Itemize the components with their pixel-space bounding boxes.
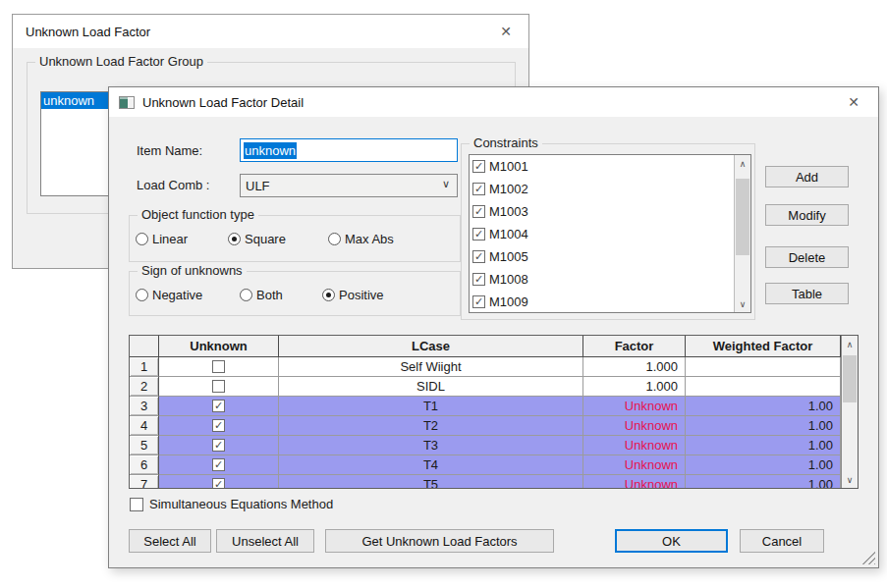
item-name-input[interactable]: unknown bbox=[240, 138, 458, 162]
constraint-label: M1002 bbox=[489, 182, 528, 196]
radio-square[interactable]: Square bbox=[228, 232, 328, 246]
radio-linear[interactable]: Linear bbox=[136, 232, 228, 246]
item-name-value: unknown bbox=[244, 142, 297, 159]
checkbox-icon: ✓ bbox=[212, 478, 225, 489]
table-row[interactable]: 5✓T3Unknown1.00 bbox=[130, 436, 841, 455]
radio-icon bbox=[322, 289, 335, 301]
unknown-checkbox-cell[interactable]: ✓ bbox=[159, 455, 279, 475]
row-number-cell[interactable]: 2 bbox=[130, 377, 159, 397]
checkbox-icon: ✓ bbox=[212, 439, 225, 452]
simultaneous-equations-checkbox[interactable]: Simultaneous Equations Method bbox=[130, 497, 333, 511]
factor-cell: Unknown bbox=[583, 475, 686, 489]
radio-icon bbox=[136, 289, 148, 301]
radio-icon bbox=[136, 233, 148, 245]
screen: Unknown Load Factor ✕ Unknown Load Facto… bbox=[0, 0, 887, 588]
checkbox-icon: ✓ bbox=[472, 205, 485, 218]
unselect-all-button[interactable]: Unselect All bbox=[216, 529, 314, 553]
checkbox-icon bbox=[212, 380, 225, 393]
checkbox-icon bbox=[130, 498, 143, 511]
constraint-item-m1005[interactable]: ✓M1005 bbox=[470, 245, 734, 268]
constraints-scrollbar[interactable]: ∧ ∨ bbox=[734, 155, 750, 312]
radio-label: Positive bbox=[339, 288, 384, 302]
checkbox-icon bbox=[212, 360, 225, 373]
weighted-factor-cell bbox=[686, 377, 841, 397]
factor-cell: 1.000 bbox=[583, 357, 686, 377]
select-all-button[interactable]: Select All bbox=[129, 529, 211, 553]
factor-cell: Unknown bbox=[583, 416, 686, 436]
table-row[interactable]: 4✓T2Unknown1.00 bbox=[130, 416, 841, 436]
add-button[interactable]: Add bbox=[765, 166, 849, 187]
table-body: 1Self Wiight1.0002SIDL1.0003✓T1Unknown1.… bbox=[130, 357, 841, 489]
radio-both[interactable]: Both bbox=[240, 288, 322, 302]
sign-of-unknowns-radios: NegativeBothPositive bbox=[136, 288, 456, 302]
close-icon[interactable]: ✕ bbox=[837, 87, 870, 117]
constraint-label: M1001 bbox=[489, 159, 528, 174]
table-row[interactable]: 1Self Wiight1.000 bbox=[130, 357, 841, 377]
detail-dialog-title: Unknown Load Factor Detail bbox=[142, 95, 304, 110]
unknown-checkbox-cell[interactable] bbox=[159, 357, 279, 377]
constraint-item-m1002[interactable]: ✓M1002 bbox=[470, 178, 734, 200]
table-row[interactable]: 2SIDL1.000 bbox=[130, 377, 841, 397]
constraint-label: M1008 bbox=[489, 272, 528, 287]
scroll-down-icon[interactable]: ∨ bbox=[842, 471, 858, 488]
radio-label: Negative bbox=[152, 288, 202, 302]
row-number-cell[interactable]: 3 bbox=[130, 397, 159, 416]
close-icon[interactable]: ✕ bbox=[489, 15, 523, 48]
modify-button[interactable]: Modify bbox=[765, 204, 849, 226]
checkbox-icon: ✓ bbox=[472, 273, 485, 286]
radio-icon bbox=[240, 289, 252, 301]
table-scrollbar[interactable]: ∧ ∨ bbox=[841, 336, 858, 488]
radio-icon bbox=[328, 233, 341, 245]
lcase-cell: T4 bbox=[279, 455, 583, 475]
constraint-label: M1009 bbox=[489, 294, 528, 309]
group-box-label: Unknown Load Factor Group bbox=[35, 54, 207, 69]
delete-button[interactable]: Delete bbox=[765, 246, 849, 268]
radio-label: Max Abs bbox=[345, 232, 394, 246]
scroll-up-icon[interactable]: ∧ bbox=[842, 336, 858, 352]
row-number-cell[interactable]: 1 bbox=[130, 357, 159, 377]
unknown-checkbox-cell[interactable]: ✓ bbox=[159, 397, 279, 416]
scroll-up-icon[interactable]: ∧ bbox=[735, 155, 750, 172]
radio-label: Square bbox=[245, 232, 286, 246]
unknown-checkbox-cell[interactable]: ✓ bbox=[159, 475, 279, 489]
radio-max-abs[interactable]: Max Abs bbox=[328, 232, 394, 246]
scrollbar-thumb[interactable] bbox=[736, 179, 749, 255]
table-button[interactable]: Table bbox=[765, 283, 849, 304]
checkbox-icon: ✓ bbox=[472, 250, 485, 263]
table-row[interactable]: 7✓T5Unknown1.00 bbox=[130, 475, 841, 489]
constraints-list[interactable]: ✓M1001✓M1002✓M1003✓M1004✓M1005✓M1008✓M10… bbox=[469, 154, 751, 313]
row-number-cell[interactable]: 7 bbox=[130, 475, 159, 489]
load-comb-select[interactable]: ULF ∨ bbox=[240, 174, 458, 197]
radio-icon bbox=[228, 233, 241, 245]
row-number-cell[interactable]: 6 bbox=[130, 455, 159, 475]
bg-titlebar[interactable]: Unknown Load Factor ✕ bbox=[13, 15, 528, 48]
table-row[interactable]: 6✓T4Unknown1.00 bbox=[130, 455, 841, 475]
chevron-down-icon: ∨ bbox=[442, 178, 450, 190]
constraint-item-m1008[interactable]: ✓M1008 bbox=[470, 268, 734, 291]
row-number-cell[interactable]: 4 bbox=[130, 416, 159, 436]
header-unknown: Unknown bbox=[159, 336, 279, 357]
lcase-cell: T1 bbox=[279, 397, 583, 416]
constraint-item-m1003[interactable]: ✓M1003 bbox=[470, 200, 734, 223]
table-grid: Unknown LCase Factor Weighted Factor 1Se… bbox=[130, 336, 841, 489]
get-unknown-load-factors-button[interactable]: Get Unknown Load Factors bbox=[325, 529, 554, 553]
detail-titlebar[interactable]: Unknown Load Factor Detail ✕ bbox=[109, 87, 878, 117]
constraint-item-m1001[interactable]: ✓M1001 bbox=[470, 155, 734, 178]
row-number-cell[interactable]: 5 bbox=[130, 436, 159, 455]
radio-negative[interactable]: Negative bbox=[136, 288, 240, 302]
unknown-checkbox-cell[interactable] bbox=[159, 377, 279, 397]
cancel-button[interactable]: Cancel bbox=[740, 529, 824, 553]
table-row[interactable]: 3✓T1Unknown1.00 bbox=[130, 397, 841, 416]
unknown-checkbox-cell[interactable]: ✓ bbox=[159, 416, 279, 436]
constraint-item-m1009[interactable]: ✓M1009 bbox=[470, 291, 734, 313]
scrollbar-thumb[interactable] bbox=[843, 355, 857, 402]
weighted-factor-cell: 1.00 bbox=[686, 436, 841, 455]
constraint-item-m1004[interactable]: ✓M1004 bbox=[470, 223, 734, 245]
ok-button[interactable]: OK bbox=[615, 529, 728, 553]
resize-grip[interactable] bbox=[860, 550, 875, 564]
checkbox-icon: ✓ bbox=[212, 400, 225, 412]
scroll-down-icon[interactable]: ∨ bbox=[735, 295, 750, 312]
factor-cell: Unknown bbox=[583, 436, 686, 455]
unknown-checkbox-cell[interactable]: ✓ bbox=[159, 436, 279, 455]
radio-positive[interactable]: Positive bbox=[322, 288, 384, 302]
